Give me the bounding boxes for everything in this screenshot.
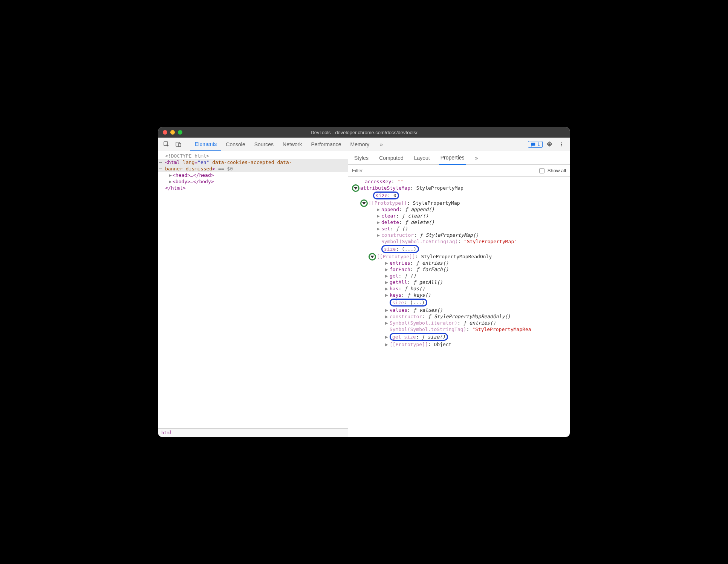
property-row[interactable]: ▶[[Prototype]]: Object	[350, 341, 568, 348]
property-row[interactable]: ▶values: ƒ values()	[350, 307, 568, 313]
property-row[interactable]: ▶set: ƒ ()	[350, 225, 568, 232]
property-row[interactable]: ▶delete: ƒ delete()	[350, 219, 568, 225]
tab-network[interactable]: Network	[278, 138, 306, 151]
toolbar-divider	[187, 141, 187, 148]
property-row[interactable]: ▶getAll: ƒ getAll()	[350, 279, 568, 285]
property-row[interactable]: accessKey: ""	[350, 178, 568, 185]
property-row[interactable]: ▶get size: ƒ size()	[350, 333, 568, 341]
sidebar-tab-properties[interactable]: Properties	[439, 151, 466, 165]
settings-icon[interactable]	[544, 139, 555, 150]
sidebar-tab-computed[interactable]: Computed	[378, 151, 405, 165]
property-row[interactable]: ▶Symbol(Symbol.iterator): ƒ entries()	[350, 320, 568, 326]
properties-list[interactable]: accessKey: ""attributeStyleMap: StylePro…	[348, 177, 570, 437]
property-row[interactable]: size: 0	[350, 191, 568, 200]
svg-point-3	[549, 143, 550, 145]
show-all-checkbox[interactable]	[539, 168, 544, 173]
maximize-button[interactable]	[178, 130, 182, 135]
close-button[interactable]	[163, 130, 167, 135]
property-row[interactable]: ▶append: ƒ append()	[350, 206, 568, 213]
dom-body[interactable]: ▶<body>…</body>	[158, 178, 348, 185]
more-menu-icon[interactable]	[556, 139, 567, 150]
tab-more[interactable]: »	[375, 138, 387, 151]
titlebar: DevTools - developer.chrome.com/docs/dev…	[158, 127, 570, 138]
main-tabs: ElementsConsoleSourcesNetworkPerformance…	[190, 138, 374, 151]
window-title: DevTools - developer.chrome.com/docs/dev…	[158, 130, 570, 135]
property-row[interactable]: attributeStyleMap: StylePropertyMap	[350, 185, 568, 191]
tab-performance[interactable]: Performance	[306, 138, 346, 151]
tab-console[interactable]: Console	[221, 138, 249, 151]
device-toggle-icon[interactable]	[173, 139, 184, 150]
dom-html-open[interactable]: <html lang="en" data-cookies-accepted da…	[158, 159, 348, 166]
tab-memory[interactable]: Memory	[346, 138, 374, 151]
property-row[interactable]: ▶forEach: ƒ forEach()	[350, 266, 568, 273]
sidebar-tab-more[interactable]: »	[474, 151, 480, 165]
property-row[interactable]: ▶constructor: ƒ StylePropertyMapReadOnly…	[350, 313, 568, 320]
svg-rect-2	[179, 143, 181, 147]
sidebar-tab-layout[interactable]: Layout	[413, 151, 431, 165]
sidebar-pane: StylesComputedLayoutProperties » Show al…	[348, 151, 570, 437]
property-row[interactable]: Symbol(Symbol.toStringTag): "StyleProper…	[350, 238, 568, 245]
property-row[interactable]: size: (...)	[350, 245, 568, 253]
sidebar-tabs: StylesComputedLayoutProperties »	[348, 151, 570, 165]
dom-html-open-cont[interactable]: banner-dismissed> == $0	[158, 166, 348, 172]
dom-doctype[interactable]: <!DOCTYPE html>	[158, 153, 348, 159]
filter-input[interactable]	[352, 168, 536, 173]
svg-point-5	[561, 144, 562, 145]
main-content: <!DOCTYPE html> <html lang="en" data-coo…	[158, 151, 570, 437]
devtools-window: DevTools - developer.chrome.com/docs/dev…	[158, 127, 570, 437]
filter-row: Show all	[348, 165, 570, 177]
show-all-label: Show all	[548, 168, 566, 173]
property-row[interactable]: ▶entries: ƒ entries()	[350, 260, 568, 266]
property-row[interactable]: [[Prototype]]: StylePropertyMapReadOnly	[350, 253, 568, 260]
dom-tree[interactable]: <!DOCTYPE html> <html lang="en" data-coo…	[158, 151, 348, 428]
issues-badge[interactable]: 1	[528, 141, 543, 148]
dom-html-close[interactable]: </html>	[158, 185, 348, 191]
property-row[interactable]: ▶has: ƒ has()	[350, 285, 568, 292]
inspect-icon[interactable]	[161, 139, 172, 150]
tab-elements[interactable]: Elements	[190, 138, 221, 151]
dom-head[interactable]: ▶<head>…</head>	[158, 172, 348, 178]
traffic-lights	[163, 130, 182, 135]
property-row[interactable]: ▶clear: ƒ clear()	[350, 213, 568, 219]
property-row[interactable]: Symbol(Symbol.toStringTag): "StyleProper…	[350, 326, 568, 333]
svg-point-4	[561, 142, 562, 143]
main-toolbar: ElementsConsoleSourcesNetworkPerformance…	[158, 138, 570, 151]
breadcrumb[interactable]: html	[158, 428, 348, 437]
property-row[interactable]: size: (...)	[350, 298, 568, 307]
property-row[interactable]: ▶constructor: ƒ StylePropertyMap()	[350, 232, 568, 238]
minimize-button[interactable]	[170, 130, 175, 135]
tab-sources[interactable]: Sources	[250, 138, 278, 151]
svg-point-6	[561, 145, 562, 146]
sidebar-tab-styles[interactable]: Styles	[353, 151, 370, 165]
issues-count: 1	[537, 142, 540, 147]
property-row[interactable]: [[Prototype]]: StylePropertyMap	[350, 200, 568, 206]
property-row[interactable]: ▶keys: ƒ keys()	[350, 292, 568, 298]
elements-pane: <!DOCTYPE html> <html lang="en" data-coo…	[158, 151, 348, 437]
property-row[interactable]: ▶get: ƒ ()	[350, 273, 568, 279]
